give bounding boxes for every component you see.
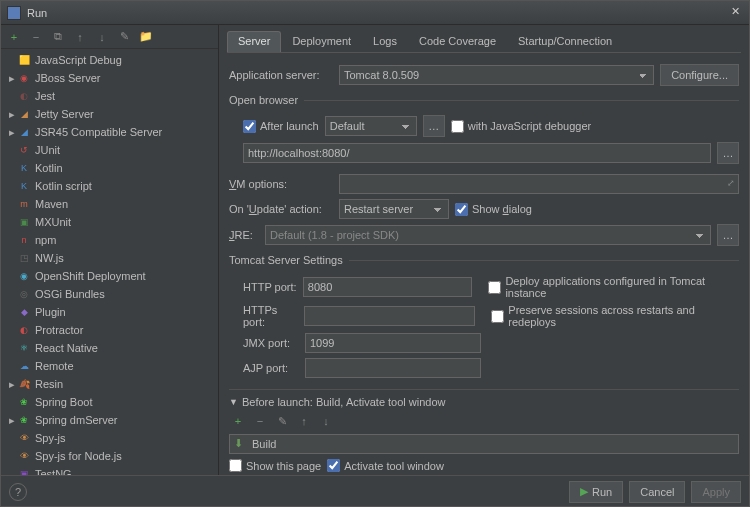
https-port-input[interactable] [304,306,476,326]
before-launch-header[interactable]: ▼Before launch: Build, Activate tool win… [229,396,739,408]
up-button[interactable]: ↑ [71,28,89,46]
bl-add-button[interactable]: + [229,412,247,430]
folder-button[interactable]: 📁 [137,28,155,46]
before-launch-toolbar: + − ✎ ↑ ↓ [229,410,739,432]
tree-node[interactable]: ▣TestNG [1,465,218,475]
tab-deployment[interactable]: Deployment [281,31,362,52]
tree-node[interactable]: ◳NW.js [1,249,218,267]
jre-label: JRE: [229,229,259,241]
edit-button[interactable]: ✎ [115,28,133,46]
tab-startup-connection[interactable]: Startup/Connection [507,31,623,52]
url-more-button[interactable]: … [717,142,739,164]
tree-node[interactable]: ▸◢JSR45 Compatible Server [1,123,218,141]
ajp-port-input[interactable] [305,358,481,378]
vm-options-label: VM options: [229,178,333,190]
footer: ? ▶Run Cancel Apply [1,475,749,507]
tree-node[interactable]: ▸❀Spring dmServer [1,411,218,429]
js-debugger-check[interactable]: with JavaScript debugger [451,120,592,133]
bl-edit-button[interactable]: ✎ [273,412,291,430]
tree-node[interactable]: ↺JUnit [1,141,218,159]
browser-select[interactable]: Default [325,116,417,136]
tree-node[interactable]: ❀Spring Boot [1,393,218,411]
tree-node[interactable]: ◐Protractor [1,321,218,339]
down-button[interactable]: ↓ [93,28,111,46]
on-update-label: On 'Update' action: [229,203,333,215]
tree-node[interactable]: ▸🍂Resin [1,375,218,393]
app-server-select[interactable]: Tomcat 8.0.509 [339,65,654,85]
tree-node[interactable]: KKotlin script [1,177,218,195]
sidebar: + − ⧉ ↑ ↓ ✎ 📁 🟨JavaScript Debug▸◉JBoss S… [1,25,219,475]
build-icon: ⬇ [234,437,248,451]
server-form: Application server: Tomcat 8.0.509 Confi… [227,53,741,475]
on-update-select[interactable]: Restart server [339,199,449,219]
jre-select[interactable]: Default (1.8 - project SDK) [265,225,711,245]
tree-node[interactable]: ▣MXUnit [1,213,218,231]
tree-node[interactable]: nnpm [1,231,218,249]
expand-icon[interactable]: ⤢ [727,178,735,188]
bl-down-button[interactable]: ↓ [317,412,335,430]
ajp-port-label: AJP port: [229,362,299,374]
tree-node[interactable]: 👁Spy-js for Node.js [1,447,218,465]
open-browser-group: Open browser After launch Default … with… [229,94,739,169]
configure-button[interactable]: Configure... [660,64,739,86]
sidebar-toolbar: + − ⧉ ↑ ↓ ✎ 📁 [1,25,218,49]
bl-up-button[interactable]: ↑ [295,412,313,430]
tree-node[interactable]: ◐Jest [1,87,218,105]
apply-button[interactable]: Apply [691,481,741,503]
tab-logs[interactable]: Logs [362,31,408,52]
config-tree[interactable]: 🟨JavaScript Debug▸◉JBoss Server◐Jest▸◢Je… [1,49,218,475]
tree-node[interactable]: ☁Remote [1,357,218,375]
jmx-port-label: JMX port: [229,337,299,349]
run-button[interactable]: ▶Run [569,481,623,503]
tree-node[interactable]: ◎OSGi Bundles [1,285,218,303]
vm-options-input[interactable] [339,174,739,194]
activate-tool-check[interactable]: Activate tool window [327,459,444,472]
tree-node[interactable]: KKotlin [1,159,218,177]
tree-node[interactable]: ⚛React Native [1,339,218,357]
tree-node[interactable]: ◉OpenShift Deployment [1,267,218,285]
tree-node[interactable]: 👁Spy-js [1,429,218,447]
tab-server[interactable]: Server [227,31,281,52]
preserve-check[interactable]: Preserve sessions across restarts and re… [491,304,739,328]
tab-code-coverage[interactable]: Code Coverage [408,31,507,52]
after-launch-check[interactable]: After launch [243,120,319,133]
tree-node[interactable]: 🟨JavaScript Debug [1,51,218,69]
window-title: Run [27,7,727,19]
show-page-check[interactable]: Show this page [229,459,321,472]
help-button[interactable]: ? [9,483,27,501]
http-port-input[interactable] [303,277,473,297]
play-icon: ▶ [580,485,588,498]
browser-more-button[interactable]: … [423,115,445,137]
tree-node[interactable]: ▸◢Jetty Server [1,105,218,123]
https-port-label: HTTPs port: [229,304,298,328]
deploy-cfg-check[interactable]: Deploy applications configured in Tomcat… [488,275,739,299]
tabs: ServerDeploymentLogsCode CoverageStartup… [227,31,741,53]
collapse-icon: ▼ [229,397,238,407]
tree-node[interactable]: ◆Plugin [1,303,218,321]
remove-button[interactable]: − [27,28,45,46]
bl-remove-button[interactable]: − [251,412,269,430]
cancel-button[interactable]: Cancel [629,481,685,503]
tree-node[interactable]: ▸◉JBoss Server [1,69,218,87]
show-dialog-check[interactable]: Show dialog [455,203,532,216]
url-input[interactable] [243,143,711,163]
jre-more-button[interactable]: … [717,224,739,246]
titlebar: Run ✕ [1,1,749,25]
tomcat-settings-legend: Tomcat Server Settings [229,254,349,266]
app-server-label: Application server: [229,69,333,81]
app-icon [7,6,21,20]
tree-node[interactable]: mMaven [1,195,218,213]
close-icon[interactable]: ✕ [727,5,743,21]
main-panel: ServerDeploymentLogsCode CoverageStartup… [219,25,749,475]
jmx-port-input[interactable] [305,333,481,353]
add-button[interactable]: + [5,28,23,46]
before-launch-item[interactable]: ⬇ Build [229,434,739,454]
http-port-label: HTTP port: [229,281,297,293]
open-browser-legend: Open browser [229,94,304,106]
tomcat-settings-group: Tomcat Server Settings HTTP port: Deploy… [229,254,739,383]
copy-button[interactable]: ⧉ [49,28,67,46]
